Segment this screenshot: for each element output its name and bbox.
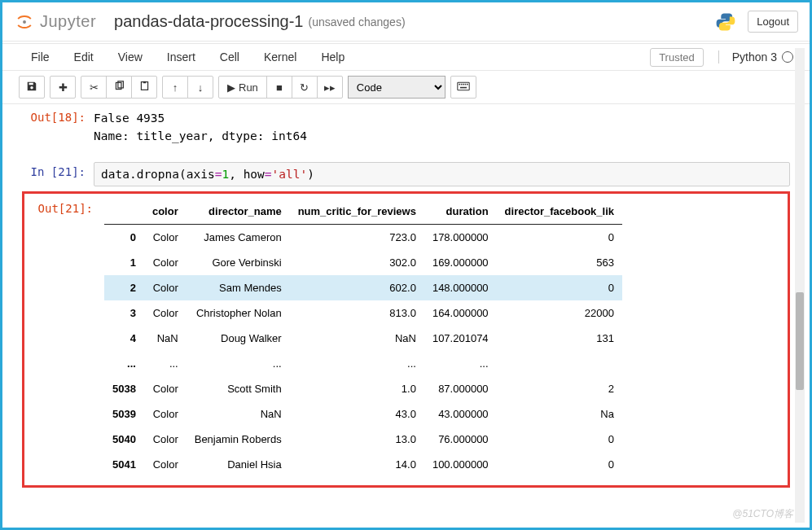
svg-rect-4 bbox=[143, 81, 145, 83]
toolbar: ✚ ✂ ↑ ↓ ▶Run ■ ↻ ▸▸ Code bbox=[2, 71, 810, 104]
cell: 0 bbox=[497, 452, 622, 477]
restart-run-all-button[interactable]: ▸▸ bbox=[317, 76, 343, 99]
copy-button[interactable] bbox=[106, 76, 132, 99]
cell: 148.000000 bbox=[424, 275, 497, 300]
scrollbar[interactable] bbox=[795, 48, 805, 523]
cut-button[interactable]: ✂ bbox=[81, 76, 107, 99]
plus-icon: ✚ bbox=[59, 81, 68, 94]
cell: Color bbox=[144, 452, 187, 477]
row-index: 1 bbox=[104, 250, 144, 275]
run-button[interactable]: ▶Run bbox=[218, 76, 267, 99]
table-row[interactable]: 1ColorGore Verbinski302.0169.000000563 bbox=[104, 250, 622, 275]
column-header: director_name bbox=[187, 199, 290, 225]
kernel-indicator[interactable]: Python 3 bbox=[718, 50, 793, 64]
watermark: @51CTO博客 bbox=[732, 507, 793, 521]
cell: 43.0 bbox=[290, 401, 424, 427]
cell: ... bbox=[187, 351, 290, 376]
cell: 100.000000 bbox=[424, 452, 497, 477]
cell: Color bbox=[144, 224, 187, 250]
run-label: Run bbox=[239, 81, 258, 94]
in-prompt: In [21]: bbox=[22, 162, 94, 186]
cell bbox=[497, 351, 622, 376]
column-header: director_facebook_lik bbox=[497, 199, 622, 225]
add-cell-button[interactable]: ✚ bbox=[50, 76, 76, 99]
python-icon bbox=[715, 11, 736, 33]
input-cell-21[interactable]: In [21]: data.dropna(axis=1, how='all') bbox=[22, 162, 790, 186]
cell: James Cameron bbox=[187, 224, 290, 250]
menu-view[interactable]: View bbox=[106, 46, 155, 68]
cell: 43.000000 bbox=[424, 401, 497, 427]
cell: Color bbox=[144, 300, 187, 326]
table-row[interactable]: 2ColorSam Mendes602.0148.0000000 bbox=[104, 275, 622, 300]
cell: Color bbox=[144, 427, 187, 452]
paste-button[interactable] bbox=[131, 76, 157, 99]
save-button[interactable] bbox=[19, 76, 45, 99]
logout-button[interactable]: Logout bbox=[748, 11, 798, 33]
out-prompt: Out[18]: bbox=[22, 107, 94, 146]
stop-icon: ■ bbox=[276, 81, 283, 94]
jupyter-wordmark: Jupyter bbox=[40, 12, 96, 31]
jupyter-icon bbox=[14, 11, 35, 33]
menu-kernel[interactable]: Kernel bbox=[252, 46, 309, 68]
cell: Daniel Hsia bbox=[187, 452, 290, 477]
menu-file[interactable]: File bbox=[19, 46, 62, 68]
row-index: 5039 bbox=[104, 401, 144, 427]
cell: 76.000000 bbox=[424, 427, 497, 452]
table-row[interactable]: 5039ColorNaN43.043.000000Na bbox=[104, 401, 622, 427]
cell: Scott Smith bbox=[187, 376, 290, 401]
arrow-down-icon: ↓ bbox=[198, 81, 204, 94]
interrupt-button[interactable]: ■ bbox=[266, 76, 292, 99]
move-down-button[interactable]: ↓ bbox=[187, 76, 213, 99]
cell: 22000 bbox=[497, 300, 622, 326]
cell: Doug Walker bbox=[187, 326, 290, 351]
cell: 14.0 bbox=[290, 452, 424, 477]
cell: Christopher Nolan bbox=[187, 300, 290, 326]
table-row[interactable]: ............... bbox=[104, 351, 622, 376]
output-line: Name: title_year, dtype: int64 bbox=[94, 127, 307, 145]
column-header: color bbox=[144, 199, 187, 225]
scrollbar-thumb[interactable] bbox=[796, 292, 804, 390]
menu-cell[interactable]: Cell bbox=[208, 46, 252, 68]
run-icon: ▶ bbox=[227, 81, 235, 94]
cell: Color bbox=[144, 275, 187, 300]
dataframe-table: colordirector_namenum_critic_for_reviews… bbox=[104, 199, 622, 477]
paste-icon bbox=[139, 81, 150, 94]
table-row[interactable]: 0ColorJames Cameron723.0178.0000000 bbox=[104, 224, 622, 250]
notebook-area: Out[18]: False 4935 Name: title_year, dt… bbox=[2, 104, 810, 496]
table-row[interactable]: 5038ColorScott Smith1.087.0000002 bbox=[104, 376, 622, 401]
dataframe-output[interactable]: colordirector_namenum_critic_for_reviews… bbox=[104, 199, 622, 477]
menu-edit[interactable]: Edit bbox=[62, 46, 106, 68]
table-row[interactable]: 5041ColorDaniel Hsia14.0100.0000000 bbox=[104, 452, 622, 477]
cell-type-select[interactable]: Code bbox=[348, 76, 446, 99]
move-up-button[interactable]: ↑ bbox=[162, 76, 188, 99]
cell: ... bbox=[144, 351, 187, 376]
cell: NaN bbox=[144, 326, 187, 351]
trusted-badge[interactable]: Trusted bbox=[650, 48, 704, 67]
menu-insert[interactable]: Insert bbox=[155, 46, 208, 68]
row-index: 2 bbox=[104, 275, 144, 300]
command-palette-button[interactable] bbox=[450, 76, 476, 99]
arrow-up-icon: ↑ bbox=[173, 81, 178, 94]
save-status: (unsaved changes) bbox=[308, 15, 405, 28]
cell: 0 bbox=[497, 427, 622, 452]
row-index: 0 bbox=[104, 224, 144, 250]
cell: Color bbox=[144, 401, 187, 427]
cell: 563 bbox=[497, 250, 622, 275]
cell: Benjamin Roberds bbox=[187, 427, 290, 452]
notebook-title[interactable]: pandas-data-processing-1 bbox=[114, 12, 303, 31]
jupyter-logo[interactable]: Jupyter bbox=[14, 11, 96, 33]
cell: ... bbox=[290, 351, 424, 376]
table-row[interactable]: 5040ColorBenjamin Roberds13.076.0000000 bbox=[104, 427, 622, 452]
cell: 602.0 bbox=[290, 275, 424, 300]
cell: 107.201074 bbox=[424, 326, 497, 351]
table-row[interactable]: 3ColorChristopher Nolan813.0164.00000022… bbox=[104, 300, 622, 326]
svg-rect-8 bbox=[463, 83, 464, 85]
code-input[interactable]: data.dropna(axis=1, how='all') bbox=[94, 162, 790, 186]
cell: 13.0 bbox=[290, 427, 424, 452]
svg-rect-9 bbox=[464, 83, 466, 85]
restart-button[interactable]: ↻ bbox=[292, 76, 318, 99]
keyboard-icon bbox=[457, 81, 470, 94]
cell: 302.0 bbox=[290, 250, 424, 275]
menu-help[interactable]: Help bbox=[309, 46, 357, 68]
table-row[interactable]: 4NaNDoug WalkerNaN107.201074131 bbox=[104, 326, 622, 351]
